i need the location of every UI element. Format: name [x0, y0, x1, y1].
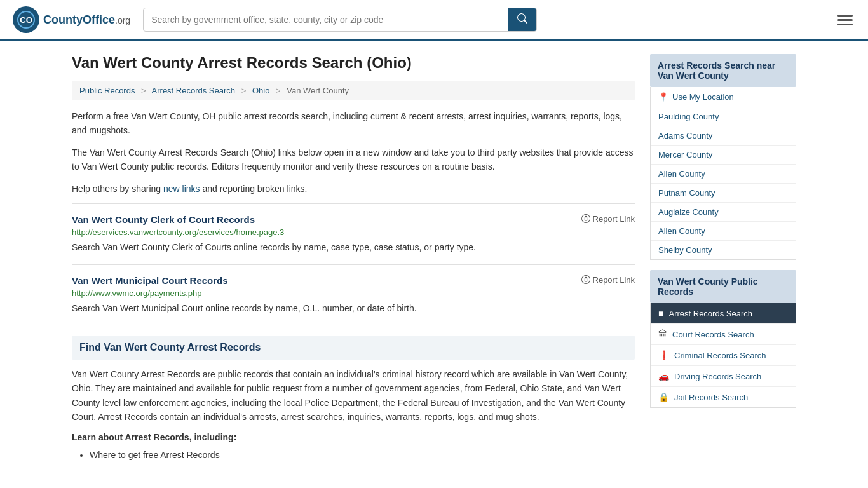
find-records-text: Van Wert County Arrest Records are publi… — [72, 367, 635, 424]
jail-records-icon: 🔒 — [658, 392, 669, 402]
svg-text:CO: CO — [20, 15, 32, 25]
public-records-items: ■ Arrest Records Search 🏛 Court Records … — [650, 303, 796, 408]
site-logo[interactable]: CO CountyOffice.org — [13, 6, 130, 33]
sidebar-criminal-records[interactable]: ❗ Criminal Records Search — [651, 345, 796, 366]
breadcrumb-ohio[interactable]: Ohio — [252, 86, 269, 95]
record-title-1[interactable]: Van Wert County Clerk of Court Records — [72, 214, 255, 225]
nearby-allen-1[interactable]: Allen County — [651, 165, 796, 184]
logo-text: CountyOffice.org — [43, 13, 130, 27]
record-entry-2: Van Wert Municipal Court Records Report … — [72, 264, 635, 325]
sidebar-court-records[interactable]: 🏛 Court Records Search — [651, 324, 796, 345]
search-bar — [143, 8, 537, 32]
location-pin-icon: 📍 — [658, 92, 668, 102]
desc-para2: The Van Wert County Arrest Records Searc… — [72, 146, 635, 174]
public-records-section-header: Van Wert County Public Records — [650, 270, 796, 303]
breadcrumb-van-wert: Van Wert County — [287, 86, 349, 95]
sidebar-jail-records[interactable]: 🔒 Jail Records Search — [651, 387, 796, 407]
driving-records-icon: 🚗 — [658, 371, 669, 381]
breadcrumb-public-records[interactable]: Public Records — [79, 86, 135, 95]
sidebar-arrest-records[interactable]: ■ Arrest Records Search — [651, 303, 796, 324]
arrest-records-icon: ■ — [658, 308, 663, 318]
public-records-section: Van Wert County Public Records ■ Arrest … — [650, 270, 796, 408]
find-records-section: Find Van Wert County Arrest Records Van … — [72, 336, 635, 463]
sidebar-driving-records[interactable]: 🚗 Driving Records Search — [651, 366, 796, 387]
breadcrumb-arrest-records[interactable]: Arrest Records Search — [152, 86, 236, 95]
sidebar: Arrest Records Search near Van Wert Coun… — [650, 54, 796, 463]
nearby-allen-2[interactable]: Allen County — [651, 222, 796, 241]
desc-para3: Help others by sharing new links and rep… — [72, 182, 635, 196]
nearby-auglaize[interactable]: Auglaize County — [651, 203, 796, 222]
nearby-mercer[interactable]: Mercer County — [651, 146, 796, 165]
record-desc-2: Search Van Wert Municipal Court online r… — [72, 302, 635, 315]
record-url-2[interactable]: http://www.vwmc.org/payments.php — [72, 288, 635, 298]
record-desc-1: Search Van Wert County Clerk of Courts o… — [72, 241, 635, 254]
find-records-heading: Find Van Wert County Arrest Records — [72, 336, 635, 360]
nearby-paulding[interactable]: Paulding County — [651, 107, 796, 126]
logo-icon: CO — [13, 6, 39, 33]
bullet-item-1: Where to get free Arrest Records — [90, 447, 635, 463]
learn-heading: Learn about Arrest Records, including: — [72, 432, 635, 442]
breadcrumb: Public Records > Arrest Records Search >… — [72, 81, 635, 100]
search-input[interactable] — [144, 10, 508, 30]
report-link-btn-2[interactable]: Report Link — [581, 275, 635, 285]
nearby-section: Arrest Records Search near Van Wert Coun… — [650, 54, 796, 260]
report-link-btn-1[interactable]: Report Link — [581, 214, 635, 224]
court-records-icon: 🏛 — [658, 329, 667, 339]
desc-para1: Perform a free Van Wert County, OH publi… — [72, 109, 635, 138]
record-entry-1: Van Wert County Clerk of Court Records R… — [72, 203, 635, 264]
search-button[interactable] — [508, 8, 536, 31]
nearby-adams[interactable]: Adams County — [651, 126, 796, 146]
bullet-list: Where to get free Arrest Records — [72, 447, 635, 463]
nearby-items: 📍 Use My Location Paulding County Adams … — [650, 87, 796, 260]
nearby-shelby[interactable]: Shelby County — [651, 241, 796, 259]
new-links-link[interactable]: new links — [163, 184, 200, 194]
criminal-records-icon: ❗ — [658, 350, 669, 360]
page-title: Van Wert County Arrest Records Search (O… — [72, 54, 635, 72]
record-title-2[interactable]: Van Wert Municipal Court Records — [72, 275, 228, 286]
hamburger-button[interactable] — [835, 12, 855, 28]
use-location-link[interactable]: Use My Location — [672, 92, 734, 102]
record-url-1[interactable]: http://eservices.vanwertcounty.org/eserv… — [72, 227, 635, 237]
nearby-section-header: Arrest Records Search near Van Wert Coun… — [650, 54, 796, 87]
use-my-location[interactable]: 📍 Use My Location — [651, 87, 796, 107]
nearby-putnam[interactable]: Putnam County — [651, 184, 796, 203]
